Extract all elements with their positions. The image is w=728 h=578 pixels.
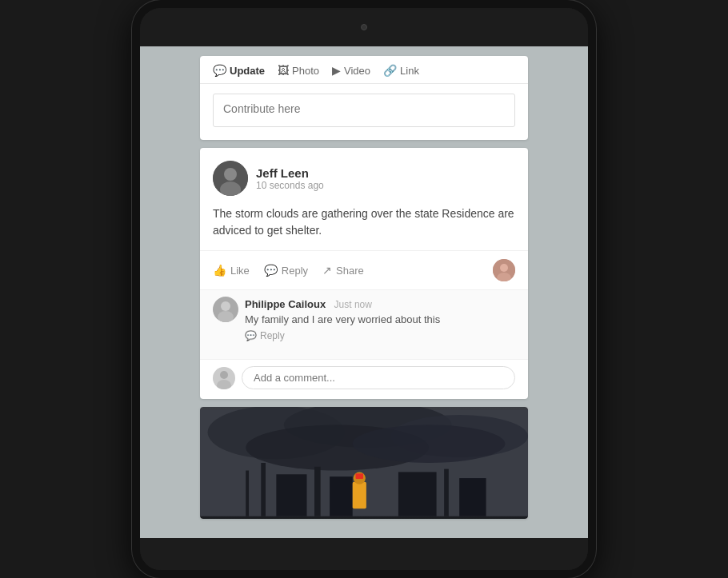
comment-author: Philippe Cailoux xyxy=(245,298,326,310)
comment-content: Philippe Cailoux Just now My family and … xyxy=(245,297,515,341)
svg-point-10 xyxy=(220,371,228,379)
tab-update[interactable]: 💬 Update xyxy=(213,64,265,77)
like-label: Like xyxy=(230,265,250,277)
add-comment-avatar xyxy=(213,367,235,389)
composer-input-area xyxy=(200,84,528,140)
svg-rect-21 xyxy=(314,467,321,516)
svg-rect-23 xyxy=(398,472,437,516)
comment-time: Just now xyxy=(334,299,372,310)
photo-placeholder xyxy=(200,407,528,519)
post-actions: 👍 Like 💬 Reply ↗ Share xyxy=(200,250,528,289)
storm-photo xyxy=(200,407,528,519)
like-button[interactable]: 👍 Like xyxy=(213,264,250,277)
comment-reply-icon: 💬 xyxy=(245,330,257,341)
post-body: The storm clouds are gathering over the … xyxy=(200,205,528,250)
content-area: 💬 Update 🖼 Photo ▶ Video 🔗 Link xyxy=(192,56,536,519)
tab-video-label: Video xyxy=(344,65,370,77)
reaction-avatar xyxy=(493,259,515,281)
reply-label: Reply xyxy=(282,265,308,277)
composer-tabs: 💬 Update 🖼 Photo ▶ Video 🔗 Link xyxy=(200,56,528,84)
tablet-frame: 💬 Update 🖼 Photo ▶ Video 🔗 Link xyxy=(132,0,596,578)
comment-item: Philippe Cailoux Just now My family and … xyxy=(213,297,515,341)
reply-icon: 💬 xyxy=(264,264,278,277)
share-label: Share xyxy=(336,265,364,277)
tab-update-label: Update xyxy=(230,65,265,77)
post-time: 10 seconds ago xyxy=(256,180,324,191)
post-author: Jeff Leen xyxy=(256,166,324,180)
photo-icon: 🖼 xyxy=(278,64,289,77)
svg-rect-25 xyxy=(459,478,486,516)
add-comment-row xyxy=(200,359,528,399)
svg-point-4 xyxy=(500,264,508,272)
svg-point-7 xyxy=(221,301,230,311)
tablet-top-bar xyxy=(140,8,588,46)
like-icon: 👍 xyxy=(213,264,226,277)
post-meta: Jeff Leen 10 seconds ago xyxy=(256,166,324,191)
tablet-screen: 💬 Update 🖼 Photo ▶ Video 🔗 Link xyxy=(140,46,588,538)
svg-point-17 xyxy=(353,425,506,464)
share-button[interactable]: ↗ Share xyxy=(322,264,364,277)
svg-rect-20 xyxy=(276,474,306,516)
svg-rect-28 xyxy=(356,474,364,480)
svg-point-1 xyxy=(224,168,237,181)
svg-rect-18 xyxy=(246,471,249,516)
comments-section: Philippe Cailoux Just now My family and … xyxy=(200,289,528,359)
share-icon: ↗ xyxy=(322,264,332,277)
svg-rect-26 xyxy=(353,482,366,508)
post-body-line1: The storm clouds are gathering over the … xyxy=(213,207,514,220)
tab-photo[interactable]: 🖼 Photo xyxy=(278,64,319,77)
svg-rect-19 xyxy=(261,463,266,516)
comment-reply-label: Reply xyxy=(260,330,285,341)
tab-photo-label: Photo xyxy=(292,65,319,77)
reply-button[interactable]: 💬 Reply xyxy=(264,264,308,277)
link-icon: 🔗 xyxy=(383,64,397,77)
avatar xyxy=(213,161,248,196)
post-card: Jeff Leen 10 seconds ago The storm cloud… xyxy=(200,148,528,399)
tab-video[interactable]: ▶ Video xyxy=(332,64,370,77)
comment-avatar xyxy=(213,297,238,322)
tablet-camera-icon xyxy=(361,24,367,30)
composer-input[interactable] xyxy=(213,94,515,127)
comment-text: My family and I are very worried about t… xyxy=(245,313,515,327)
post-body-line2: adviced to get shelter. xyxy=(213,224,322,237)
composer-card: 💬 Update 🖼 Photo ▶ Video 🔗 Link xyxy=(200,56,528,140)
post-header: Jeff Leen 10 seconds ago xyxy=(200,148,528,205)
tab-link-label: Link xyxy=(400,65,419,77)
add-comment-input[interactable] xyxy=(242,366,515,389)
tab-link[interactable]: 🔗 Link xyxy=(383,64,419,77)
photo-card xyxy=(200,407,528,519)
svg-rect-24 xyxy=(444,469,449,516)
comment-reply-button[interactable]: 💬 Reply xyxy=(245,330,285,341)
svg-rect-22 xyxy=(330,476,353,516)
update-icon: 💬 xyxy=(213,64,226,77)
tablet-bottom-bar xyxy=(140,538,588,570)
video-icon: ▶ xyxy=(332,64,341,77)
